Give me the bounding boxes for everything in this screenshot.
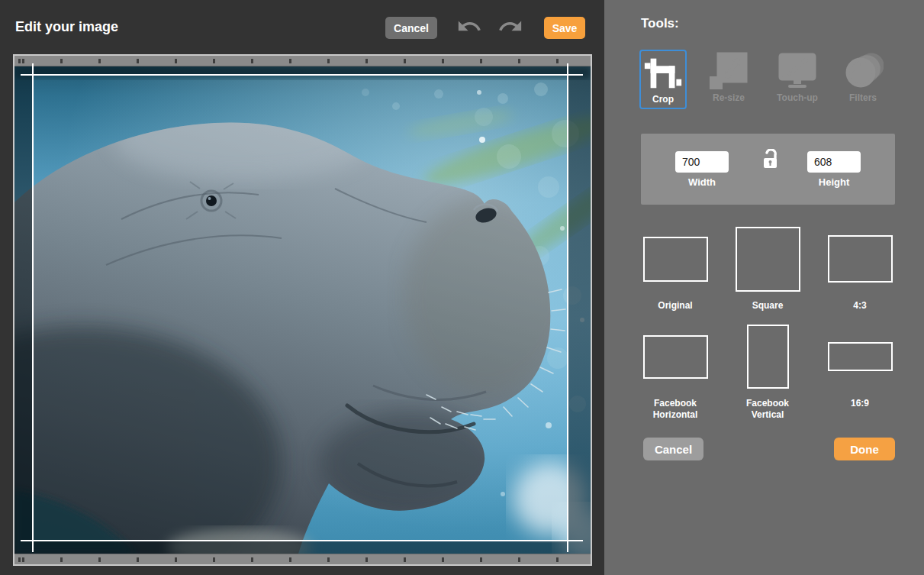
crop-done-button[interactable]: Done (834, 438, 895, 460)
preset-facebook-vertical-label: Facebook Vertical (732, 398, 803, 421)
preset-facebook-vertical[interactable]: Facebook Vertical (729, 321, 806, 421)
preset-square-shape (736, 227, 800, 292)
height-label: Height (807, 176, 861, 188)
editor-section: Edit your image Cancel Save (0, 0, 604, 575)
width-input[interactable] (675, 151, 729, 173)
preset-16-9-label: 16:9 (851, 398, 869, 409)
resize-icon (709, 50, 749, 92)
undo-button[interactable] (455, 18, 484, 39)
unlock-icon (761, 161, 780, 173)
undo-icon (456, 28, 482, 40)
tool-filters-label: Filters (849, 92, 877, 103)
preset-4-3[interactable]: 4:3 (822, 224, 898, 312)
crop-handle-top[interactable] (21, 74, 583, 76)
aspect-lock-button[interactable] (761, 149, 781, 172)
tools-heading: Tools: (641, 16, 679, 31)
crop-handle-bottom[interactable] (21, 540, 583, 541)
ruler-top (14, 56, 591, 66)
cancel-button[interactable]: Cancel (385, 17, 437, 39)
preset-square-label: Square (752, 300, 784, 312)
photo-manatee[interactable] (14, 66, 591, 554)
preset-facebook-horizontal-shape (643, 335, 708, 379)
filters-icon (842, 50, 884, 92)
tool-resize[interactable]: Re-size (705, 50, 752, 109)
crop-icon (642, 51, 684, 94)
save-button[interactable]: Save (544, 17, 585, 39)
image-canvas (13, 54, 592, 566)
redo-button[interactable] (496, 18, 525, 39)
tool-crop-label: Crop (652, 94, 674, 105)
preset-square[interactable]: Square (729, 224, 806, 312)
crop-cancel-button[interactable]: Cancel (643, 438, 703, 460)
tool-touchup-label: Touch-up (777, 92, 818, 103)
redo-icon (497, 28, 523, 40)
ruler-bottom (14, 554, 591, 564)
page-title: Edit your image (15, 19, 118, 35)
preset-original-label: Original (658, 300, 692, 312)
tool-crop[interactable]: Crop (639, 50, 687, 109)
tool-touchup[interactable]: Touch-up (774, 50, 821, 109)
crop-handle-left[interactable] (32, 63, 34, 552)
height-input[interactable] (807, 151, 861, 173)
tool-filters[interactable]: Filters (839, 50, 887, 109)
width-label: Width (675, 176, 729, 188)
tools-panel: Tools: Crop Re-size (604, 0, 924, 575)
preset-4-3-shape (828, 235, 893, 283)
aspect-presets: Original Square 4:3 Facebook Horizontal … (637, 224, 898, 421)
preset-original-shape (643, 237, 708, 282)
crop-handle-right[interactable] (567, 63, 568, 552)
preset-original[interactable]: Original (637, 224, 713, 312)
preset-16-9-shape (828, 342, 893, 371)
preset-facebook-vertical-shape (747, 325, 789, 389)
preset-16-9[interactable]: 16:9 (822, 321, 898, 421)
tool-resize-label: Re-size (713, 92, 745, 103)
preset-facebook-horizontal[interactable]: Facebook Horizontal (637, 321, 713, 421)
crop-dimensions-box: Width Height (641, 134, 895, 205)
touchup-icon (778, 50, 817, 92)
preset-facebook-horizontal-label: Facebook Horizontal (640, 398, 710, 421)
preset-4-3-label: 4:3 (853, 300, 866, 312)
